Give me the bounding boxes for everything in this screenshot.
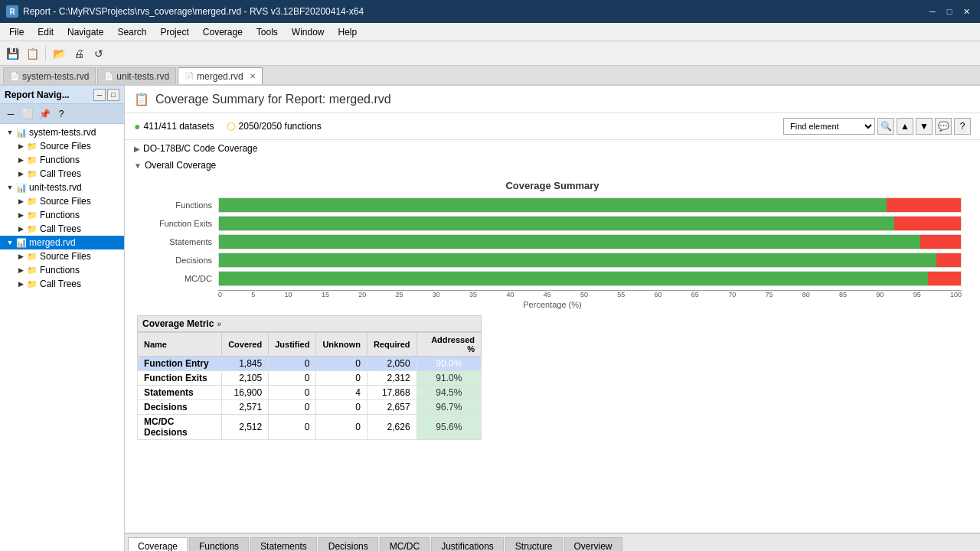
table-row-function-entry[interactable]: Function Entry 1,845 0 0 2,050 90.0%: [138, 357, 482, 371]
table-row-function-exits[interactable]: Function Exits 2,105 0 0 2,312 91.0%: [138, 371, 482, 386]
menu-search[interactable]: Search: [111, 25, 152, 39]
find-next-btn[interactable]: ▼: [916, 118, 933, 135]
toggle-call-trees-3[interactable]: ▶: [15, 279, 26, 289]
bar-fill-green-statements: [219, 235, 920, 249]
menu-project[interactable]: Project: [154, 25, 194, 39]
tree-item-merged[interactable]: ▼ 📊 merged.rvd: [0, 236, 124, 249]
tab-icon-system-tests: 📄: [10, 72, 19, 80]
section-overall[interactable]: ▼ Overall Coverage: [125, 157, 980, 174]
title-bar-left: R Report - C:\MyRVSProjects\rvs_coverage…: [6, 5, 364, 18]
toggle-unit-tests[interactable]: ▼: [5, 182, 15, 193]
menu-file[interactable]: File: [3, 25, 30, 39]
toggle-overall[interactable]: ▼: [134, 161, 142, 170]
menu-window[interactable]: Window: [286, 25, 331, 39]
tab-merged[interactable]: 📄 merged.rvd ✕: [178, 67, 263, 84]
menu-help[interactable]: Help: [332, 25, 364, 39]
nav-pin-btn[interactable]: 📌: [37, 106, 52, 122]
maximize-button[interactable]: □: [942, 4, 957, 19]
toolbar-open-btn[interactable]: 📂: [50, 44, 68, 63]
tree-item-system-tests[interactable]: ▼ 📊 system-tests.rvd: [0, 126, 124, 139]
bar-fill-green-decisions: [219, 253, 936, 267]
folder-icon-1: 📁: [26, 140, 38, 152]
tab-unit-tests[interactable]: 📄 unit-tests.rvd: [97, 67, 176, 84]
tree-item-source-files-1[interactable]: ▶ 📁 Source Files: [0, 139, 124, 153]
cell-name-0: Function Entry: [138, 357, 222, 371]
menu-bar: File Edit Navigate Search Project Covera…: [0, 23, 980, 41]
menu-tools[interactable]: Tools: [250, 25, 284, 39]
tree-item-functions-2[interactable]: ▶ 📁 Functions: [0, 208, 124, 222]
nav-help-btn[interactable]: ?: [54, 106, 69, 122]
find-search-btn[interactable]: 🔍: [877, 118, 894, 135]
title-bar-controls[interactable]: ─ □ ✕: [925, 4, 974, 19]
main-layout: Report Navig... ─ □ ─ ⬜ 📌 ? ▼ 📊 system-t…: [0, 86, 980, 551]
toggle-call-trees-1[interactable]: ▶: [15, 168, 26, 179]
toolbar-print-btn[interactable]: 🖨: [70, 44, 88, 63]
bottom-tab-justifications[interactable]: Justifications: [431, 537, 504, 551]
section-do178[interactable]: ▶ DO-178B/C Code Coverage: [125, 140, 980, 157]
cell-addressed-2: 94.5%: [416, 386, 481, 400]
toggle-call-trees-2[interactable]: ▶: [15, 223, 26, 234]
nav-secondary-header: ─ ⬜ 📌 ?: [0, 104, 124, 124]
tree-item-call-trees-3[interactable]: ▶ 📁 Call Trees: [0, 277, 124, 291]
coverage-metric-label: Coverage Metric: [142, 318, 214, 329]
tree-item-unit-tests[interactable]: ▼ 📊 unit-tests.rvd: [0, 181, 124, 194]
tree-item-source-files-2[interactable]: ▶ 📁 Source Files: [0, 194, 124, 208]
bottom-tab-decisions[interactable]: Decisions: [318, 537, 378, 551]
tab-label-system-tests: system-tests.rvd: [22, 71, 89, 82]
toggle-source-files-1[interactable]: ▶: [15, 141, 26, 152]
panel-minimize-btn[interactable]: ─: [93, 89, 106, 101]
toolbar-refresh-btn[interactable]: ↺: [90, 44, 108, 63]
tab-system-tests[interactable]: 📄 system-tests.rvd: [3, 67, 96, 84]
bottom-tab-functions[interactable]: Functions: [189, 537, 249, 551]
bar-fill-red-functions: [887, 198, 961, 212]
nav-restore-btn[interactable]: ⬜: [20, 106, 35, 122]
tree-item-call-trees-1[interactable]: ▶ 📁 Call Trees: [0, 167, 124, 181]
cell-required-3: 2,657: [367, 400, 416, 415]
bar-row-statements: Statements: [143, 234, 962, 249]
toggle-functions-2[interactable]: ▶: [15, 210, 26, 220]
tree-item-functions-3[interactable]: ▶ 📁 Functions: [0, 263, 124, 277]
toggle-merged[interactable]: ▼: [5, 237, 15, 248]
menu-navigate[interactable]: Navigate: [61, 25, 109, 39]
label-unit-tests: unit-tests.rvd: [29, 182, 82, 193]
find-comment-btn[interactable]: 💬: [935, 118, 952, 135]
toggle-source-files-2[interactable]: ▶: [15, 196, 26, 207]
left-panel: Report Navig... ─ □ ─ ⬜ 📌 ? ▼ 📊 system-t…: [0, 86, 125, 551]
bottom-tab-overview[interactable]: Overview: [564, 537, 622, 551]
bottom-tab-coverage[interactable]: Coverage: [128, 537, 188, 551]
close-button[interactable]: ✕: [959, 4, 974, 19]
cell-required-2: 17,868: [367, 386, 416, 400]
bottom-tab-statements[interactable]: Statements: [250, 537, 317, 551]
col-covered: Covered: [222, 333, 269, 357]
toggle-source-files-3[interactable]: ▶: [15, 251, 26, 262]
bottom-tab-mcdc[interactable]: MC/DC: [380, 537, 430, 551]
toggle-do178[interactable]: ▶: [134, 145, 140, 153]
tree-item-functions-1[interactable]: ▶ 📁 Functions: [0, 153, 124, 167]
tree-item-source-files-3[interactable]: ▶ 📁 Source Files: [0, 249, 124, 263]
find-prev-btn[interactable]: ▲: [897, 118, 913, 135]
bar-fill-green-exits: [219, 217, 894, 230]
minimize-button[interactable]: ─: [925, 4, 940, 19]
bar-fill-green-mcdc: [219, 272, 928, 285]
toggle-functions-3[interactable]: ▶: [15, 265, 26, 276]
panel-maximize-btn[interactable]: □: [107, 89, 119, 101]
tree-item-call-trees-2[interactable]: ▶ 📁 Call Trees: [0, 222, 124, 236]
tab-close-merged[interactable]: ✕: [250, 72, 256, 80]
app-icon: R: [6, 5, 18, 18]
cell-required-0: 2,050: [367, 357, 416, 371]
table-row-mcdc-decisions[interactable]: MC/DC Decisions 2,512 0 0 2,626 95.6%: [138, 415, 482, 440]
find-help-btn[interactable]: ?: [954, 118, 971, 135]
table-row-statements[interactable]: Statements 16,900 0 4 17,868 94.5%: [138, 386, 482, 400]
label-functions-1: Functions: [40, 155, 80, 165]
bar-label-mcdc: MC/DC: [143, 274, 212, 283]
toggle-system-tests[interactable]: ▼: [5, 127, 15, 138]
toolbar-save-btn[interactable]: 💾: [3, 44, 21, 63]
toggle-functions-1[interactable]: ▶: [15, 155, 26, 165]
nav-minimize-btn[interactable]: ─: [3, 106, 18, 122]
bottom-tab-structure[interactable]: Structure: [505, 537, 563, 551]
find-select[interactable]: Find element: [783, 118, 875, 135]
menu-coverage[interactable]: Coverage: [197, 25, 249, 39]
table-row-decisions[interactable]: Decisions 2,571 0 0 2,657 96.7%: [138, 400, 482, 415]
menu-edit[interactable]: Edit: [31, 25, 60, 39]
toolbar-saveas-btn[interactable]: 📋: [23, 44, 41, 63]
